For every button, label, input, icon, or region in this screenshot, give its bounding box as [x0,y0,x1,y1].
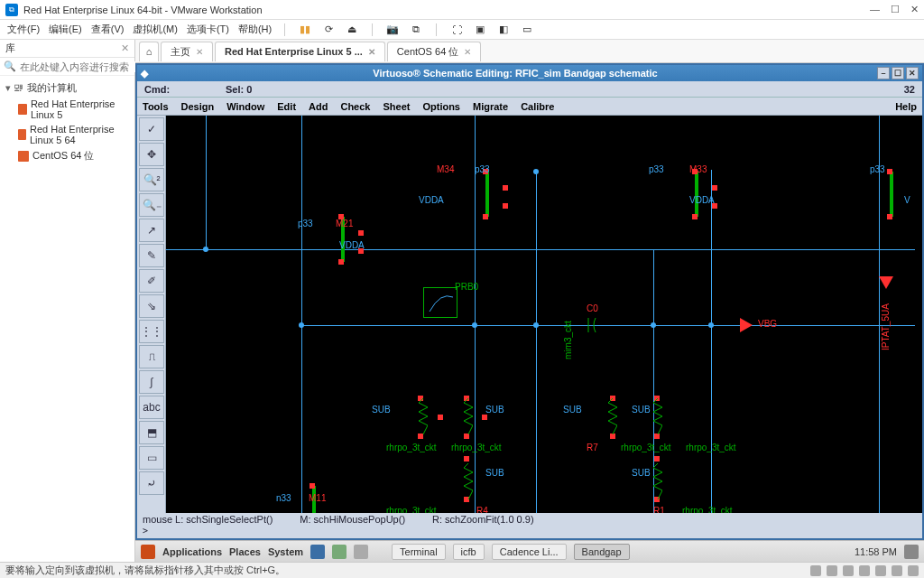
fullscreen-button[interactable]: ⛶ [449,23,464,36]
device-icon[interactable] [875,565,886,576]
menu-window[interactable]: Window [226,101,264,112]
vm-icon [18,129,26,140]
tab-rhel5[interactable]: Red Hat Enterprise Linux 5 ...✕ [215,42,385,61]
tool-select[interactable]: ↗ [139,219,164,242]
lbl-r4: R4 [476,506,488,513]
device-icon[interactable] [908,565,919,576]
virt-maximize-button[interactable]: ☐ [892,67,904,79]
task-bandgap[interactable]: Bandgap [574,544,630,560]
toolbar-action-5[interactable]: ▭ [520,23,534,36]
tool-pin[interactable]: ⬒ [139,421,164,444]
menu-calibre[interactable]: Calibre [521,101,554,112]
vm-icon [18,151,29,162]
mail-icon[interactable] [332,545,346,559]
menu-view[interactable]: 查看(V) [91,23,125,36]
tree-root[interactable]: ▾ 🖳 我的计算机 [2,79,133,97]
toolbar-action-1[interactable]: ⟳ [321,23,336,36]
gnome-places[interactable]: Places [229,546,261,557]
tree-vm-rhel5[interactable]: Red Hat Enterprise Linux 5 [2,97,133,122]
tool-zoom-out[interactable]: 🔍₋ [139,193,164,217]
menu-options[interactable]: Options [422,101,460,112]
task-icfb[interactable]: icfb [453,544,485,560]
browser-icon[interactable] [310,545,325,559]
menu-file[interactable]: 文件(F) [7,23,40,36]
menu-edit[interactable]: 编辑(E) [49,23,82,36]
close-icon[interactable]: ✕ [368,47,375,57]
tool-label[interactable]: abc [139,396,164,419]
tab-home[interactable]: ⌂ [139,42,159,61]
menu-sheet[interactable]: Sheet [383,101,410,112]
lbl-vdda: VDDA [689,195,715,205]
device-icon[interactable] [843,565,854,576]
device-icon[interactable] [859,565,870,576]
virt-close-button[interactable]: ✕ [906,67,919,79]
tool-check[interactable]: ✓ [139,117,164,141]
menu-help[interactable]: Help [895,101,917,112]
toolbar-action-2[interactable]: ⏏ [345,23,359,36]
close-icon[interactable]: ✕ [464,47,471,57]
tool-zoom-in[interactable]: 🔍² [139,168,164,191]
doc-icon[interactable] [354,545,368,559]
unity-button[interactable]: ▣ [473,23,487,36]
menu-design[interactable]: Design [181,101,215,112]
tool-move[interactable]: ⇘ [139,294,164,318]
lbl-m21: M21 [336,219,353,228]
tree-vm-rhel5-64[interactable]: Red Hat Enterprise Linux 5 64 [2,122,133,147]
library-search-input[interactable] [20,61,144,72]
lbl-p33: p33 [870,164,885,174]
menu-tabs[interactable]: 选项卡(T) [187,23,229,36]
vm-tabs: ⌂ 主页✕ Red Hat Enterprise Linux 5 ...✕ Ce… [135,40,924,63]
window-close-button[interactable]: ✕ [910,4,919,15]
pause-button[interactable]: ▮▮ [298,23,312,36]
tool-wire[interactable]: ∫ [139,370,164,394]
menu-migrate[interactable]: Migrate [473,101,508,112]
virtuoso-prompt[interactable]: > [137,526,922,538]
device-icon[interactable] [892,565,902,576]
virt-minimize-button[interactable]: – [877,67,890,79]
library-sidebar: 库 ✕ 🔍 ▾ ▾ 🖳 我的计算机 Red Hat Enterprise Lin… [0,40,135,562]
menu-sch-edit[interactable]: Edit [277,101,296,112]
tool-rect[interactable]: ▭ [139,446,164,470]
close-icon[interactable]: ✕ [196,47,203,57]
library-header: 库 ✕ [0,40,134,58]
library-close-icon[interactable]: ✕ [121,42,129,54]
tab-centos[interactable]: CentOS 64 位✕ [387,42,481,61]
gnome-system[interactable]: System [268,546,303,557]
vbg-pin [740,318,753,332]
menu-check[interactable]: Check [340,101,370,112]
menu-help[interactable]: 帮助(H) [238,23,272,36]
menu-tools[interactable]: Tools [143,101,169,112]
menu-vm[interactable]: 虚拟机(M) [133,23,178,36]
host-status-bar: 要将输入定向到该虚拟机，请将鼠标指针移入其中或按 Ctrl+G。 [0,562,924,578]
device-icon[interactable] [827,565,837,576]
lbl-sub: SUB [485,405,504,415]
lbl-rhrpo: rhrpo_3t_ckt [621,443,671,452]
menu-add[interactable]: Add [309,101,328,112]
window-minimize-button[interactable]: — [870,4,880,15]
host-status-text: 要将输入定向到该虚拟机，请将鼠标指针移入其中或按 Ctrl+G。 [5,564,285,577]
tab-home-label[interactable]: 主页✕ [161,42,213,61]
tool-undo[interactable]: ⤾ [139,471,164,495]
lbl-vdda: VDDA [339,240,365,250]
snapshot-button[interactable]: 📷 [385,23,400,36]
lbl-rhrpo: rhrpo_3t_ckt [386,506,437,513]
device-icon[interactable] [810,565,821,576]
tool-pan[interactable]: ✥ [139,143,164,166]
schematic-canvas[interactable]: M34 p33 VDDA p33 M33 VDDA p33 V p33 M21 … [166,116,922,513]
tool-inst[interactable]: ⎍ [139,345,164,368]
tool-draw[interactable]: ✎ [139,244,164,267]
toolbar-action-4[interactable]: ◧ [496,23,511,36]
tool-pen[interactable]: ✐ [139,269,164,293]
tree-vm-centos[interactable]: CentOS 64 位 [2,147,133,164]
gnome-applications[interactable]: Applications [162,546,222,557]
tool-array[interactable]: ⋮⋮ [139,320,164,343]
lbl-rhrpo: rhrpo_3t_ckt [451,443,502,452]
window-maximize-button[interactable]: ☐ [891,4,900,15]
task-terminal[interactable]: Terminal [392,544,446,560]
gnome-menu-icon[interactable] [141,545,155,559]
lbl-m34: M34 [437,164,454,174]
toolbar-action-3[interactable]: ⧉ [409,23,423,36]
volume-icon[interactable] [904,545,919,559]
mos-m33 [691,172,715,217]
task-cadence[interactable]: Cadence Li... [492,544,567,560]
